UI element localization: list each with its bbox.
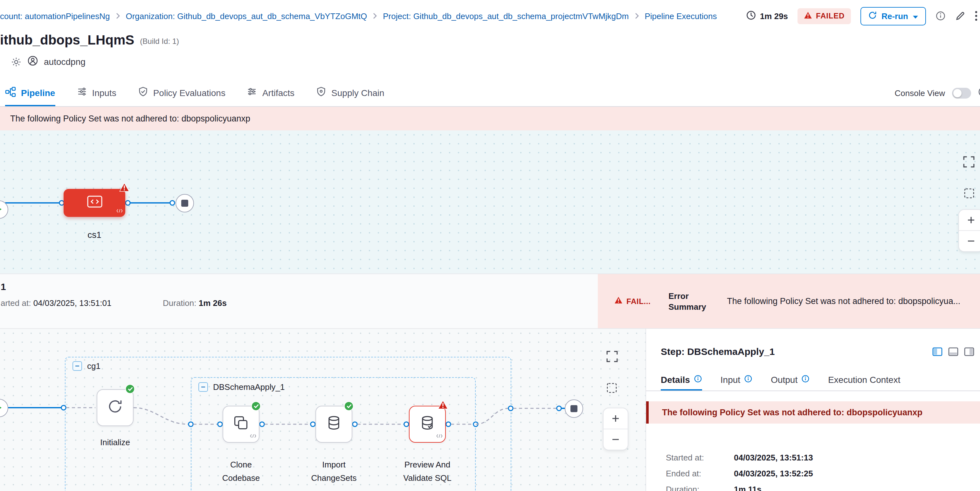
info-icon xyxy=(694,374,702,385)
success-check-icon xyxy=(251,401,261,411)
kebab-menu-icon[interactable] xyxy=(975,11,977,21)
fullscreen-icon[interactable] xyxy=(606,350,618,365)
error-summary-text: The following Policy Set was not adhered… xyxy=(727,296,980,306)
layout-bottom-icon[interactable] xyxy=(948,346,958,359)
rerun-button[interactable]: Re-run xyxy=(861,7,926,25)
tab-execution-context[interactable]: Execution Context xyxy=(828,370,900,391)
title-row: ithub_dbops_LHqmS (Build Id: 1) xyxy=(0,30,179,49)
status-badge: FAILED xyxy=(797,8,851,24)
step-label-preview-validate-sql: Preview And Validate SQL xyxy=(397,458,458,485)
build-id: (Build Id: 1) xyxy=(140,37,179,46)
stage-started: arted at: 04/03/2025, 13:51:01 xyxy=(1,298,111,308)
tab-pipeline[interactable]: Pipeline xyxy=(5,80,55,106)
breadcrumb-organization[interactable]: Organization: Github_db_devops_aut_db_sc… xyxy=(126,11,367,21)
refresh-icon xyxy=(868,11,877,21)
step-details-tabs: Details Input Output Execution Context xyxy=(646,370,980,391)
zoom-in-button[interactable] xyxy=(603,408,628,429)
detail-row-duration: Duration: 1m 11s xyxy=(666,481,974,491)
database-check-icon xyxy=(419,415,436,434)
rerun-button-label: Re-run xyxy=(881,11,908,21)
duration-value: 1m 26s xyxy=(199,298,227,308)
panel-layout-controls xyxy=(932,346,980,359)
tab-policy-evaluations-label: Policy Evaluations xyxy=(153,87,226,98)
stage-info-bar: 1 arted at: 04/03/2025, 13:51:01 Duratio… xyxy=(0,273,980,329)
step-label-clone-codebase: Clone Codebase xyxy=(213,458,269,485)
caret-down-icon xyxy=(913,11,918,21)
tab-input-label: Input xyxy=(721,374,740,385)
user-avatar-icon xyxy=(27,55,38,68)
tab-input[interactable]: Input xyxy=(721,370,752,391)
lower-section: cg1 DBSchemaApply_1 xyxy=(0,329,980,491)
step-error-text: The following Policy Set was not adhered… xyxy=(662,408,923,417)
help-circle-icon[interactable] xyxy=(978,86,980,100)
selection-icon[interactable] xyxy=(964,188,975,202)
stage-node-label: cs1 xyxy=(64,230,125,240)
step-label-import-changesets: Import ChangeSets xyxy=(305,458,363,485)
clone-icon xyxy=(233,415,249,434)
duration-label: Duration: xyxy=(163,298,197,308)
topbar-actions: 1m 29s FAILED Re-run xyxy=(746,7,980,25)
step-node-import-changesets[interactable] xyxy=(315,406,352,443)
breadcrumb-project[interactable]: Project: Github_db_devops_aut_db_schema_… xyxy=(383,11,628,21)
selection-icon[interactable] xyxy=(606,382,617,396)
toggle-knob xyxy=(953,89,962,97)
step-node-initialize[interactable] xyxy=(97,389,134,426)
execution-graph: cg1 DBSchemaApply_1 xyxy=(0,329,646,491)
warning-triangle-icon xyxy=(804,11,812,21)
step-label-initialize: Initialize xyxy=(86,436,144,449)
zoom-out-button[interactable] xyxy=(959,231,980,251)
step-node-clone-codebase[interactable] xyxy=(223,406,259,443)
error-summary-section: FAIL... Error Summary The following Poli… xyxy=(598,274,980,328)
stage-node-cs1[interactable] xyxy=(64,189,125,217)
tab-supply-chain[interactable]: Supply Chain xyxy=(316,80,385,106)
inputs-icon xyxy=(76,86,87,99)
tab-details[interactable]: Details xyxy=(661,370,702,391)
tab-policy-evaluations[interactable]: Policy Evaluations xyxy=(138,80,226,106)
info-icon xyxy=(801,374,810,385)
shield-check-icon xyxy=(138,86,148,99)
edit-pencil-icon[interactable] xyxy=(955,11,966,21)
layout-left-icon[interactable] xyxy=(932,346,942,359)
detail-value: 04/03/2025, 13:51:13 xyxy=(734,453,813,462)
tab-output[interactable]: Output xyxy=(771,370,810,391)
policy-violation-banner: The following Policy Set was not adhered… xyxy=(0,107,980,130)
chevron-right-icon xyxy=(634,13,639,19)
tab-artifacts-label: Artifacts xyxy=(262,87,294,98)
console-view-label: Console View xyxy=(894,88,945,98)
tab-artifacts[interactable]: Artifacts xyxy=(247,80,294,106)
fail-badge-label: FAIL... xyxy=(627,297,651,306)
zoom-controls xyxy=(603,408,628,450)
info-icon[interactable] xyxy=(935,11,946,21)
execution-end-node xyxy=(565,399,583,418)
detail-value: 1m 11s xyxy=(734,485,762,491)
policy-violation-text: The following Policy Set was not adhered… xyxy=(10,114,250,123)
success-check-icon xyxy=(125,384,135,394)
fail-badge: FAIL... xyxy=(614,296,651,306)
breadcrumb-account[interactable]: count: automationPipelinesNg xyxy=(0,11,110,21)
play-icon xyxy=(0,204,3,215)
elapsed-time: 1m 29s xyxy=(746,10,788,22)
tab-inputs[interactable]: Inputs xyxy=(76,80,116,106)
stage-name: 1 xyxy=(1,281,6,292)
trigger-user: autocdpng xyxy=(44,57,86,67)
step-details-title: Step: DBSchemaApply_1 xyxy=(661,346,775,357)
fullscreen-icon[interactable] xyxy=(963,156,975,170)
gear-icon[interactable] xyxy=(11,56,22,67)
stop-square-icon xyxy=(181,200,188,207)
breadcrumb-pipeline-executions[interactable]: Pipeline Executions xyxy=(644,11,717,21)
tab-inputs-label: Inputs xyxy=(92,87,116,98)
layout-right-icon[interactable] xyxy=(964,346,974,359)
artifacts-icon xyxy=(247,86,257,99)
warning-triangle-icon xyxy=(119,183,130,195)
zoom-in-button[interactable] xyxy=(959,210,980,230)
play-icon xyxy=(0,402,3,414)
detail-label: Ended at: xyxy=(666,469,734,478)
code-glyph-icon xyxy=(436,429,442,441)
console-view-control: Console View xyxy=(894,80,980,106)
pipeline-graph-edges xyxy=(0,130,980,273)
console-view-toggle[interactable] xyxy=(952,88,971,99)
tab-supply-chain-label: Supply Chain xyxy=(331,87,385,98)
main-tabs: Pipeline Inputs Policy Evaluations Artif… xyxy=(0,80,980,107)
started-label: arted at: xyxy=(1,298,31,308)
zoom-out-button[interactable] xyxy=(603,429,628,450)
